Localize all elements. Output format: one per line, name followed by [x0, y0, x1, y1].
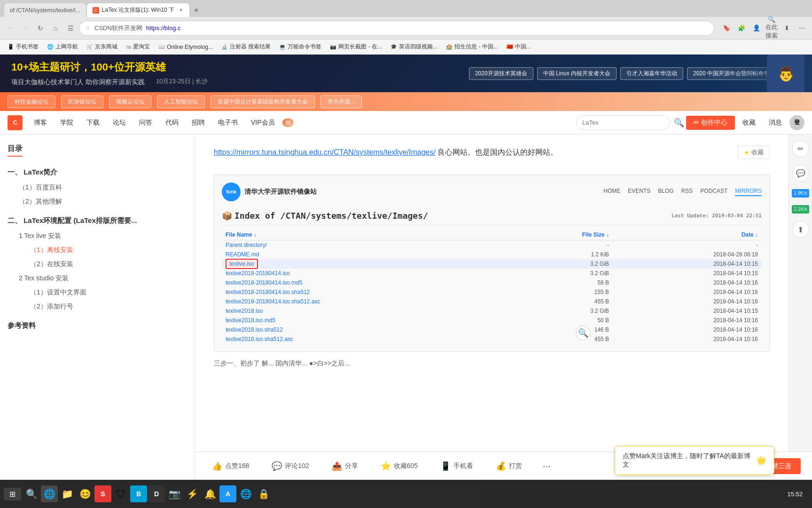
col-filename[interactable]: File Name ↓: [222, 230, 514, 240]
bookmark-vcg[interactable]: 🔬 注射器 搜索结果: [218, 42, 274, 52]
like-action[interactable]: 👍 点赞168: [206, 457, 255, 475]
nav-favorites[interactable]: 收藏: [737, 115, 761, 131]
toc-item-1-1[interactable]: （1）百度百科: [8, 181, 187, 195]
forward-button[interactable]: →: [19, 22, 32, 35]
menu-button[interactable]: ⋯: [795, 22, 808, 35]
bookmark-mobile[interactable]: 📱 手机书签: [4, 42, 42, 52]
nav-item-qa[interactable]: 问答: [133, 115, 158, 131]
start-button[interactable]: ⊞: [4, 488, 21, 500]
address-bar[interactable]: ☆ CSDN软件开发网 https://blog.c: [79, 21, 714, 36]
taskbar-app-search[interactable]: 🔍: [23, 485, 40, 502]
file-name-cell[interactable]: texlive2018-20180414.iso.sha512: [222, 287, 514, 297]
bookmark-nav[interactable]: 🌐 上网导航: [43, 42, 82, 52]
toc-item-1-2[interactable]: （2）其他理解: [8, 195, 187, 209]
tab-2[interactable]: C LaTex 论文排版(1): Win10 下 LaTe... ×: [86, 3, 190, 17]
toc-subitem-online[interactable]: （2）在线安装: [8, 257, 187, 271]
chat-button[interactable]: 💬: [792, 165, 809, 182]
toc-item-texstudio[interactable]: 2 Tex studio 安装: [8, 271, 187, 286]
sub-btn-6[interactable]: 华为开源...: [320, 95, 362, 108]
nav-item-ebook[interactable]: 电子书: [212, 115, 243, 131]
file-name-cell[interactable]: texlive2018.iso.md5: [222, 316, 514, 325]
taskbar-app-b[interactable]: B: [130, 485, 147, 502]
sub-btn-2[interactable]: 区块链论坛: [61, 95, 103, 108]
profile-button[interactable]: 👤: [750, 22, 763, 35]
toc-section-2[interactable]: 二、 LaTex环境配置 (LaTex排版所需要...: [8, 213, 187, 229]
extensions-button[interactable]: 🧩: [735, 22, 748, 35]
search-button[interactable]: 🔍 在此搜索: [765, 22, 778, 35]
file-name-cell[interactable]: texlive.iso: [222, 259, 514, 269]
taskbar-app-camera[interactable]: 📷: [166, 485, 183, 502]
article-link[interactable]: https://mirrors.tuna.tsinghua.edu.cn/CTA…: [214, 148, 436, 156]
back-button[interactable]: ←: [4, 22, 17, 35]
home-button[interactable]: ⌂: [49, 22, 62, 35]
taskbar-app-web[interactable]: 🌐: [237, 485, 254, 502]
banner-btn-3[interactable]: 引才入湘嘉年华活动: [620, 67, 683, 80]
toc-subitem-chinese[interactable]: （1）设置中文界面: [8, 286, 187, 300]
toc-section-1[interactable]: 一、 LaTex简介: [8, 164, 187, 181]
banner-btn-2[interactable]: 中国 Linux 内核开发者大会: [537, 67, 617, 80]
bookmark-command[interactable]: 💻 万能命令书签: [275, 42, 325, 52]
bookmark-china[interactable]: 🇨🇳 中国...: [503, 42, 535, 52]
taskbar-app-files[interactable]: 📁: [59, 485, 76, 502]
file-name-cell[interactable]: README.md: [222, 250, 514, 259]
toc-subitem-lineno[interactable]: （2）添加行号: [8, 300, 187, 314]
nav-item-code[interactable]: 代码: [160, 115, 184, 131]
vip-item[interactable]: VIP会员 H: [245, 115, 294, 131]
banner-btn-1[interactable]: 2020开源技术英雄会: [469, 67, 533, 80]
toc-section-ref[interactable]: 参考资料: [8, 318, 187, 334]
file-name-cell[interactable]: texlive2018-20180414.iso: [222, 269, 514, 278]
bookmark-screenshot[interactable]: 📷 网页长截图 - 在...: [326, 42, 386, 52]
file-name-cell[interactable]: texlive2018.iso.sha512: [222, 325, 514, 334]
toc-item-texlive[interactable]: 1 Tex live 安装: [8, 229, 187, 243]
taskbar-app-sogou[interactable]: S: [94, 485, 111, 502]
taskbar-app-thunder[interactable]: ⚡: [184, 485, 201, 502]
share-action[interactable]: 📤 分享: [326, 457, 364, 475]
taskbar-app-emoji[interactable]: 😊: [77, 485, 94, 502]
more-action[interactable]: ···: [539, 457, 554, 475]
reward-action[interactable]: 💰 打赏: [490, 457, 528, 475]
search-button[interactable]: 🔍: [674, 118, 684, 128]
sub-btn-1[interactable]: 科技金融论坛: [8, 95, 55, 108]
sub-btn-4[interactable]: 人工智能论坛: [157, 95, 205, 108]
avatar[interactable]: 登: [789, 115, 804, 130]
collect-action[interactable]: ⭐ 收藏605: [375, 457, 423, 475]
nav-item-download[interactable]: 下载: [81, 115, 105, 131]
tab-1[interactable]: of /CTAN/systems/texlive/I...: [4, 3, 86, 17]
col-date[interactable]: Date ↓: [613, 230, 762, 240]
col-filesize[interactable]: File Size ↓: [514, 230, 613, 240]
create-button[interactable]: ✏ 创作中心: [686, 116, 735, 130]
reader-button[interactable]: ☰: [64, 22, 77, 35]
refresh-button[interactable]: ↻: [34, 22, 47, 35]
sub-btn-5[interactable]: 首届中国云计算基础架构开发者大会: [211, 95, 315, 108]
nav-item-hire[interactable]: 招聘: [186, 115, 211, 131]
taskbar-app-alert[interactable]: 🔔: [202, 485, 219, 502]
mobile-action[interactable]: 📱 手机看: [435, 457, 479, 475]
nav-item-forum[interactable]: 论坛: [107, 115, 132, 131]
search-input[interactable]: [576, 115, 670, 130]
comment-action[interactable]: 💬 评论102: [266, 457, 314, 475]
taskbar-app-a[interactable]: A: [219, 485, 236, 502]
toc-subitem-offline[interactable]: （1）离线安装: [8, 243, 187, 257]
add-tab-button[interactable]: +: [190, 4, 203, 17]
bookmark-action-button[interactable]: 🔖: [720, 22, 733, 35]
nav-item-blog[interactable]: 博客: [28, 115, 53, 131]
scroll-top-button[interactable]: ⬆: [792, 221, 809, 238]
bookmark-english[interactable]: 🎓 英语四级视频...: [387, 42, 441, 52]
file-name-cell[interactable]: texlive2018-20180414.iso.md5: [222, 278, 514, 287]
bookmark-taobao[interactable]: 🛍 爱淘宝: [122, 42, 154, 52]
tab-2-close[interactable]: ×: [178, 7, 183, 14]
bookmark-etymology[interactable]: 📖 Online Etymolog...: [155, 43, 217, 51]
edit-button[interactable]: ✏: [792, 140, 809, 157]
sub-btn-3[interactable]: 视频云论坛: [109, 95, 151, 108]
download-button[interactable]: ⬇: [780, 22, 793, 35]
taskbar-app-browser[interactable]: 🌐: [41, 485, 58, 502]
nav-messages[interactable]: 消息: [763, 115, 788, 131]
nav-item-academy[interactable]: 学院: [55, 115, 79, 131]
taskbar-app-d[interactable]: D: [148, 485, 165, 502]
file-name-cell[interactable]: texlive2018.iso: [222, 306, 514, 316]
taskbar-app-360[interactable]: 🛡: [112, 485, 129, 502]
file-name-cell[interactable]: texlive2018-20180414.iso.sha512.asc: [222, 297, 514, 306]
bookmark-jd[interactable]: 🛒 京东商城: [83, 42, 121, 52]
bookmark-recruit[interactable]: 🏫 招生信息 - 中国...: [442, 42, 502, 52]
file-name-cell[interactable]: texlive2018.iso.sha512.asc: [222, 334, 514, 344]
